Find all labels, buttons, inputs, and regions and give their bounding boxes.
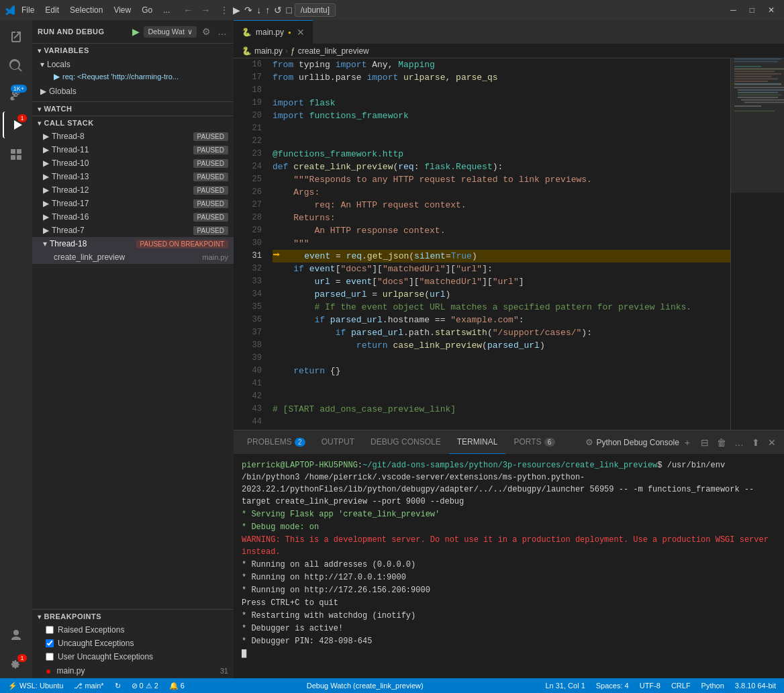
req-variable[interactable]: ▶ req: <Request 'http://charming-tro... <box>38 71 234 83</box>
debug-toolbar-step-out[interactable]: ↑ <box>264 3 271 17</box>
globals-header[interactable]: ▶ Globals <box>38 85 234 97</box>
status-sync[interactable]: ↻ <box>112 682 124 690</box>
panel-add-button[interactable]: + <box>682 436 693 449</box>
thread-13[interactable]: ▶ Thread-13 PAUSED <box>32 170 234 183</box>
activity-account[interactable] <box>3 622 30 649</box>
status-notifications[interactable]: 🔔 6 <box>166 682 187 690</box>
activity-explorer[interactable] <box>3 23 30 50</box>
thread-17[interactable]: ▶ Thread-17 PAUSED <box>32 197 234 210</box>
panel-maximize-button[interactable]: ⬆ <box>749 436 763 449</box>
panel-tabs: PROBLEMS 2 OUTPUT DEBUG CONSOLE TERMINAL… <box>234 430 784 454</box>
code-line-21 <box>273 122 730 135</box>
status-remote[interactable]: ⚡ WSL: Ubuntu <box>5 682 66 690</box>
code-line-42 <box>273 390 730 403</box>
code-line-28: Returns: <box>273 212 730 224</box>
thread-16[interactable]: ▶ Thread-16 PAUSED <box>32 210 234 224</box>
debug-toolbar-run[interactable]: ⋮ <box>218 3 230 17</box>
bp-user-uncaught[interactable]: User Uncaught Exceptions <box>32 650 234 663</box>
debug-toolbar-continue[interactable]: ▶ <box>232 3 242 17</box>
status-python-version[interactable]: 3.8.10 64-bit <box>732 682 779 690</box>
thread-7[interactable]: ▶ Thread-7 PAUSED <box>32 224 234 237</box>
run-play-button[interactable]: ▶ <box>132 26 140 37</box>
code-line-43: # [START add_ons_case_preview_link] <box>273 403 730 416</box>
debug-configuration[interactable]: Debug Wat ∨ <box>144 26 197 38</box>
minimize-button[interactable]: ─ <box>726 4 740 16</box>
frame-create-link-preview[interactable]: create_link_preview main.py <box>32 250 234 264</box>
bp-raised-checkbox[interactable] <box>46 626 54 634</box>
nav-back[interactable]: ← <box>181 3 195 17</box>
status-indent[interactable]: Spaces: 4 <box>593 682 632 690</box>
callstack-header[interactable]: ▾ CALL STACK <box>32 116 234 130</box>
panel-trash-button[interactable]: 🗑 <box>714 436 729 449</box>
svg-rect-2 <box>11 155 15 160</box>
debug-session-name[interactable]: /ubuntu] <box>295 3 336 17</box>
thread-12[interactable]: ▶ Thread-12 PAUSED <box>32 183 234 197</box>
watch-header[interactable]: ▾ WATCH <box>32 102 234 116</box>
tab-close-button[interactable]: ✕ <box>297 27 305 38</box>
tab-main-py[interactable]: 🐍 main.py ● ✕ <box>234 20 313 44</box>
bp-raised-exceptions[interactable]: Raised Exceptions <box>32 623 234 637</box>
code-line-37: if parsed_url.path.startswith("/support/… <box>273 326 730 339</box>
status-debug-session[interactable]: Debug Watch (create_link_preview) <box>304 682 426 690</box>
menu-view[interactable]: View <box>113 5 131 15</box>
code-line-34: parsed_url = urlparse(url) <box>273 288 730 301</box>
menu-selection[interactable]: Selection <box>70 5 103 15</box>
locals-header[interactable]: ▾ Locals <box>38 58 234 71</box>
code-content[interactable]: from typing import Any, Mapping from url… <box>267 58 730 430</box>
breadcrumb-file[interactable]: 🐍 main.py <box>242 46 283 56</box>
line-numbers: 16 17 18 19 20 21 22 23 24 25 26 27 28 2… <box>234 58 267 430</box>
debug-more-button[interactable]: … <box>216 25 228 38</box>
tab-ports[interactable]: PORTS 6 <box>505 430 562 454</box>
activity-source-control[interactable]: 1K+ <box>3 82 30 109</box>
menu-go[interactable]: Go <box>142 5 152 15</box>
nav-forward[interactable]: → <box>198 3 213 17</box>
debug-toolbar-step-into[interactable]: ↓ <box>255 3 262 17</box>
tab-debug-console[interactable]: DEBUG CONSOLE <box>362 430 449 454</box>
status-language[interactable]: Python <box>699 682 727 690</box>
debug-console-label: DEBUG CONSOLE <box>371 437 441 447</box>
activity-search[interactable] <box>3 52 30 79</box>
thread-10[interactable]: ▶ Thread-10 PAUSED <box>32 156 234 170</box>
tab-terminal[interactable]: TERMINAL <box>449 430 506 454</box>
panel-close-button[interactable]: ✕ <box>765 436 779 449</box>
bp-main-py[interactable]: ● main.py 31 <box>32 663 234 678</box>
breakpoints-header[interactable]: ▾ BREAKPOINTS <box>32 610 234 623</box>
status-eol[interactable]: CRLF <box>669 682 693 690</box>
panel-more-button[interactable]: … <box>732 436 746 449</box>
debug-settings-button[interactable]: ⚙ <box>201 25 212 38</box>
debug-controls: ⋮ ▶ ↷ ↓ ↑ ↺ □ /ubuntu] <box>218 3 336 17</box>
tab-problems[interactable]: PROBLEMS 2 <box>239 430 313 454</box>
status-git-branch[interactable]: ⎇ main* <box>71 682 106 690</box>
thread-18[interactable]: ▾ Thread-18 PAUSED ON BREAKPOINT <box>32 237 234 250</box>
bp-user-uncaught-checkbox[interactable] <box>46 653 54 661</box>
activity-extensions[interactable] <box>3 141 30 168</box>
panel-split-button[interactable]: ⊟ <box>698 436 712 449</box>
terminal-content[interactable]: pierrick@LAPTOP-HKU5PNNG:~/git/add-ons-s… <box>234 454 784 678</box>
activity-run-debug[interactable]: 1 <box>3 111 30 138</box>
bp-uncaught-label: Uncaught Exceptions <box>58 639 228 648</box>
svg-rect-10 <box>734 76 771 77</box>
menu-file[interactable]: File <box>21 5 34 15</box>
status-errors[interactable]: ⊘ 0 ⚠ 2 <box>129 682 161 690</box>
tab-output[interactable]: OUTPUT <box>313 430 362 454</box>
thread-8[interactable]: ▶ Thread-8 PAUSED <box>32 130 234 143</box>
source-control-badge: 1K+ <box>11 85 27 93</box>
breadcrumb-function[interactable]: ƒ create_link_preview <box>291 46 369 56</box>
variables-header[interactable]: ▾ VARIABLES <box>32 44 234 57</box>
status-position[interactable]: Ln 31, Col 1 <box>542 682 587 690</box>
close-button[interactable]: ✕ <box>764 4 779 16</box>
ln-16: 16 <box>234 58 262 71</box>
bp-uncaught-checkbox[interactable] <box>46 639 54 647</box>
menu-more[interactable]: ... <box>163 5 170 15</box>
activity-settings[interactable]: 1 <box>3 651 30 678</box>
menu-edit[interactable]: Edit <box>45 5 59 15</box>
thread-11[interactable]: ▶ Thread-11 PAUSED <box>32 143 234 156</box>
tab-bar: 🐍 main.py ● ✕ <box>234 20 784 44</box>
debug-toolbar-step-over[interactable]: ↷ <box>243 3 254 17</box>
debug-toolbar-restart[interactable]: ↺ <box>273 3 283 17</box>
bp-uncaught-exceptions[interactable]: Uncaught Exceptions <box>32 637 234 650</box>
status-encoding[interactable]: UTF-8 <box>637 682 663 690</box>
code-editor[interactable]: 16 17 18 19 20 21 22 23 24 25 26 27 28 2… <box>234 58 730 430</box>
maximize-button[interactable]: □ <box>746 4 758 16</box>
debug-toolbar-stop[interactable]: □ <box>285 3 293 17</box>
